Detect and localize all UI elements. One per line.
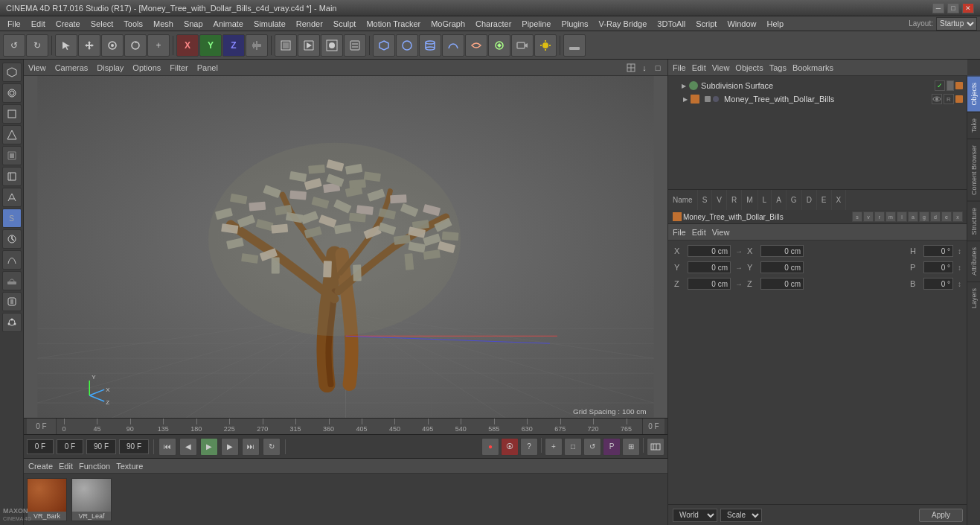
vis-icon-r[interactable]: r — [874, 211, 885, 222]
vis-icon-e[interactable]: e — [941, 211, 952, 222]
material-vr-bark[interactable]: VR_Bark — [27, 478, 67, 521]
obj-vis-eye[interactable] — [932, 94, 942, 104]
obj-menu-view[interactable]: View — [712, 63, 730, 72]
go-to-end-btn[interactable]: ⏭ — [242, 438, 260, 456]
menu-item-motion-tracker[interactable]: Motion Tracker — [362, 18, 425, 30]
material-menu-edit[interactable]: Edit — [59, 462, 73, 471]
vis-icon-m[interactable]: m — [885, 211, 896, 222]
viewport-menu-view[interactable]: View — [28, 63, 46, 72]
obj-spline-btn[interactable] — [442, 34, 464, 57]
menu-item-window[interactable]: Window — [723, 18, 760, 30]
obj-cube-btn[interactable] — [373, 34, 395, 57]
coord-menu-edit[interactable]: Edit — [692, 228, 706, 237]
menu-item-3dtoall[interactable]: 3DToAll — [653, 18, 690, 30]
coord-deg-z[interactable] — [923, 278, 953, 290]
menu-item-sculpt[interactable]: Sculpt — [329, 18, 361, 30]
viewport-icon-1[interactable] — [626, 63, 636, 73]
coord-deg-y[interactable] — [923, 261, 953, 273]
viewport[interactable]: View Cameras Display Options Filter Pane… — [24, 60, 667, 418]
obj-menu-bookmarks[interactable]: Bookmarks — [792, 63, 833, 72]
vis-icon-a[interactable]: a — [908, 211, 918, 222]
material-vr-leaf[interactable]: VR_Leaf — [71, 478, 112, 521]
vtab-objects[interactable]: Objects — [967, 76, 980, 112]
obj-menu-objects[interactable]: Objects — [735, 63, 763, 72]
vis-icon-g[interactable]: g — [919, 211, 929, 222]
viewport-menu-panel[interactable]: Panel — [197, 63, 218, 72]
minimize-button[interactable]: ─ — [932, 3, 944, 13]
vtab-take[interactable]: Take — [967, 112, 980, 139]
coord-deg-x[interactable] — [923, 245, 953, 257]
vtab-layers[interactable]: Layers — [967, 281, 980, 314]
record-btn[interactable]: ● — [481, 438, 499, 456]
vis-icon-d[interactable]: d — [930, 211, 941, 222]
obj-cylinder-btn[interactable] — [419, 34, 441, 57]
axis-x-btn[interactable]: X — [176, 34, 199, 57]
anim-mode-1[interactable]: + — [545, 438, 563, 456]
sidebar-btn-3[interactable] — [2, 104, 22, 124]
autokey-btn[interactable]: ⦿ — [501, 438, 519, 456]
render-view-btn[interactable] — [298, 34, 320, 57]
obj-row-subdiv[interactable]: ▶ Subdivision Surface ✓ — [671, 79, 964, 92]
vis-icon-s[interactable]: s — [852, 211, 862, 222]
vtab-structure[interactable]: Structure — [967, 201, 980, 241]
axis-z-btn[interactable]: Z — [222, 34, 245, 57]
timeline-ruler[interactable]: 0459013518022527031536040545049554058563… — [57, 419, 642, 434]
vtab-attributes[interactable]: Attributes — [967, 241, 980, 281]
vis-icon-l[interactable]: l — [897, 211, 907, 222]
motion-btn[interactable]: ? — [520, 438, 538, 456]
layout-dropdown[interactable]: Startup — [936, 17, 977, 31]
vis-icon-v[interactable]: v — [863, 211, 874, 222]
viewport-icon-2[interactable]: ↓ — [639, 63, 650, 73]
preview-end-field[interactable]: 90 F — [119, 439, 149, 454]
coord-input-y2[interactable] — [760, 261, 804, 273]
step-forward-btn[interactable]: ▶ — [221, 438, 239, 456]
obj-render-vis[interactable]: R — [944, 94, 954, 104]
mode-btn-3[interactable] — [101, 34, 124, 57]
coord-input-x1[interactable] — [688, 245, 731, 257]
menu-item-pipeline[interactable]: Pipeline — [517, 18, 555, 30]
sidebar-btn-10[interactable] — [2, 271, 22, 290]
obj-row-money-tree[interactable]: ▶ Money_Tree_with_Dollar_Bills R — [671, 92, 964, 106]
material-menu-function[interactable]: Function — [79, 462, 110, 471]
mode-btn-1[interactable] — [55, 34, 77, 57]
apply-button[interactable]: Apply — [919, 509, 963, 522]
obj-sphere-btn[interactable] — [396, 34, 418, 57]
loop-btn[interactable]: ↻ — [263, 438, 281, 456]
menu-item-mograph[interactable]: MoGraph — [426, 18, 470, 30]
step-back-btn[interactable]: ◀ — [179, 438, 197, 456]
obj-check-1[interactable]: ✓ — [935, 80, 945, 91]
sidebar-btn-6[interactable] — [2, 167, 22, 186]
menu-item-select[interactable]: Select — [86, 18, 118, 30]
sidebar-btn-8[interactable] — [2, 229, 22, 249]
sidebar-btn-12[interactable] — [2, 313, 22, 332]
sidebar-btn-4[interactable] — [2, 125, 22, 144]
menu-item-render[interactable]: Render — [292, 18, 327, 30]
coord-menu-view[interactable]: View — [712, 228, 730, 237]
viewport-menu-options[interactable]: Options — [132, 63, 161, 72]
world-dropdown[interactable]: World — [673, 509, 717, 522]
sidebar-btn-7[interactable] — [2, 188, 22, 207]
sidebar-btn-11[interactable] — [2, 292, 22, 311]
undo-button[interactable]: ↺ — [3, 34, 25, 57]
obj-generator-btn[interactable] — [488, 34, 510, 57]
obj-camera-btn[interactable] — [511, 34, 534, 57]
vtab-content[interactable]: Content Browser — [967, 139, 980, 201]
material-menu-create[interactable]: Create — [28, 462, 53, 471]
viewport-icon-3[interactable]: □ — [653, 63, 663, 73]
obj-menu-tags[interactable]: Tags — [769, 63, 787, 72]
menu-item-animate[interactable]: Animate — [209, 18, 248, 30]
sidebar-btn-2[interactable] — [2, 83, 22, 103]
viewport-menu-cameras[interactable]: Cameras — [55, 63, 89, 72]
go-to-start-btn[interactable]: ⏮ — [158, 438, 176, 456]
axis-all-btn[interactable] — [246, 34, 268, 57]
anim-mode-3[interactable]: ↺ — [583, 438, 601, 456]
render-to-picture-btn[interactable] — [321, 34, 343, 57]
obj-menu-edit[interactable]: Edit — [692, 63, 706, 72]
axis-y-btn[interactable]: Y — [199, 34, 222, 57]
render-settings-btn[interactable] — [344, 34, 366, 57]
viewport-menu-filter[interactable]: Filter — [170, 63, 188, 72]
scale-dropdown[interactable]: Scale — [720, 509, 762, 522]
menu-item-file[interactable]: File — [3, 18, 25, 30]
sidebar-btn-1[interactable] — [2, 63, 22, 82]
menu-item-mesh[interactable]: Mesh — [149, 18, 178, 30]
